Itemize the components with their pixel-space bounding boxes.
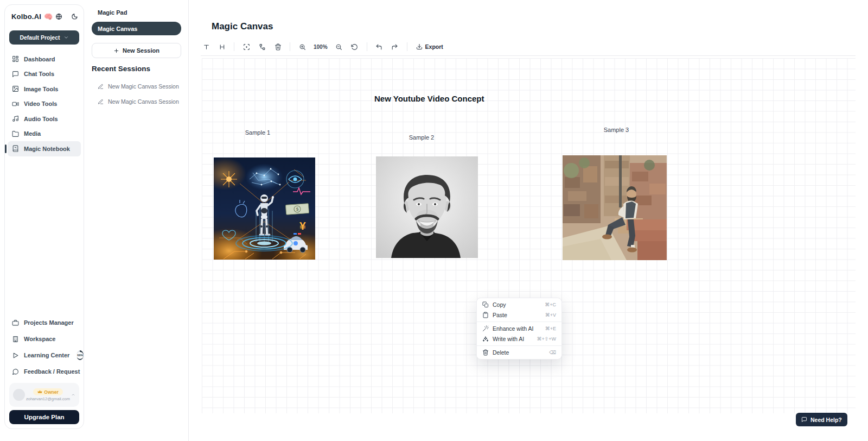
context-menu-label: Write with AI [493, 336, 524, 342]
sidebar-item-magic-notebook[interactable]: Magic Notebook [8, 141, 81, 156]
project-selector[interactable]: Default Project [9, 30, 79, 45]
media-folder-icon [12, 130, 19, 137]
session-item-label: New Magic Canvas Session [108, 83, 179, 90]
shortcut-hint: ⌘+E [545, 326, 556, 331]
image-icon [12, 85, 19, 92]
need-help-button[interactable]: Need Help? [796, 413, 847, 426]
user-email: zoharvan12@gmail.com [26, 396, 70, 401]
trash-icon [275, 43, 282, 51]
shortcut-hint: ⌘+V [545, 312, 556, 318]
sidebar-item-projects-manager[interactable]: Projects Manager [8, 314, 81, 331]
sample-1-image[interactable]: $ ¥ [214, 158, 315, 260]
redo-icon [391, 43, 398, 51]
tab-magic-canvas[interactable]: Magic Canvas [92, 22, 181, 35]
context-menu-item-write-with-ai[interactable]: Write with AI ⌘+⇧+W [477, 334, 561, 345]
select-area-icon [243, 43, 250, 51]
user-account-card[interactable]: Owner zoharvan12@gmail.com [9, 383, 79, 407]
menu-divider [477, 322, 561, 322]
sidebar-item-feedback-request[interactable]: Feedback / Request [8, 363, 81, 380]
heading-icon [219, 43, 226, 51]
sidebar-item-video-tools[interactable]: Video Tools [8, 97, 81, 112]
canvas-heading-text[interactable]: New Youtube Video Concept [374, 94, 484, 103]
sidebar-item-image-tools[interactable]: Image Tools [8, 81, 81, 97]
globe-icon[interactable] [55, 13, 62, 20]
sample-3-image[interactable] [563, 155, 667, 260]
text-tool-button[interactable] [201, 41, 212, 52]
sample-3-label[interactable]: Sample 3 [595, 127, 638, 133]
dark-mode-moon-icon[interactable] [71, 13, 78, 20]
paste-clipboard-icon [482, 312, 489, 318]
upgrade-plan-button[interactable]: Upgrade Plan [9, 410, 79, 424]
zoom-out-button[interactable] [334, 41, 344, 52]
context-menu-item-enhance-with-ai[interactable]: Enhance with AI ⌘+E [477, 323, 561, 334]
crown-icon [37, 389, 42, 394]
session-panel: Magic Pad Magic Canvas New Session Recen… [84, 0, 189, 441]
sidebar-item-dashboard[interactable]: Dashboard [8, 52, 81, 67]
help-chat-icon [801, 417, 807, 423]
zoom-level[interactable]: 100% [312, 44, 329, 50]
connector-icon [259, 43, 266, 51]
redo-button[interactable] [390, 41, 400, 52]
sidebar-item-label: Image Tools [24, 86, 58, 92]
sidebar-item-audio-tools[interactable]: Audio Tools [8, 111, 81, 127]
delete-tool-button[interactable] [272, 41, 283, 52]
sidebar-footer-nav: Projects Manager Workspace Learning Cent… [5, 314, 84, 380]
shortcut-hint: ⌫ [549, 350, 556, 355]
sample-2-illustration [376, 156, 478, 258]
new-session-button[interactable]: New Session [92, 43, 181, 58]
sample-2-label[interactable]: Sample 2 [400, 134, 443, 141]
magic-canvas-grid[interactable]: New Youtube Video Concept Sample 1 Sampl… [202, 58, 856, 413]
session-list-item[interactable]: New Magic Canvas Session [92, 80, 184, 93]
page-title: Magic Canvas [212, 21, 273, 32]
shortcut-hint: ⌘+C [545, 302, 556, 307]
tab-magic-pad[interactable]: Magic Pad [92, 5, 181, 19]
sidebar-item-label: Learning Center [24, 352, 69, 358]
sample-1-label[interactable]: Sample 1 [236, 129, 279, 136]
sidebar-item-label: Audio Tools [24, 116, 58, 122]
toolbar-separator [367, 42, 367, 51]
context-menu-label: Delete [493, 349, 509, 356]
zoom-in-icon [299, 43, 306, 51]
need-help-label: Need Help? [810, 417, 842, 423]
play-icon [12, 352, 19, 359]
sidebar-item-chat-tools[interactable]: Chat Tools [8, 67, 81, 82]
toolbar-separator [407, 42, 407, 51]
svg-text:¥: ¥ [299, 219, 306, 232]
undo-icon [375, 43, 382, 51]
heading-tool-button[interactable] [216, 41, 227, 52]
context-menu-label: Enhance with AI [493, 325, 533, 332]
sidebar-item-label: Dashboard [24, 56, 55, 62]
building-icon [12, 336, 19, 343]
sample-2-image[interactable] [376, 156, 478, 258]
connector-tool-button[interactable] [257, 41, 267, 52]
pencil-icon [98, 84, 104, 90]
sidebar-item-media[interactable]: Media [8, 127, 81, 142]
text-icon [203, 43, 210, 51]
sidebar-item-workspace[interactable]: Workspace [8, 331, 81, 347]
copy-icon [482, 301, 489, 308]
shortcut-hint: ⌘+⇧+W [537, 336, 556, 342]
brand-logo: Kolbo.AI [11, 12, 41, 21]
rotate-icon [351, 43, 358, 51]
sidebar-item-label: Video Tools [24, 100, 57, 107]
sidebar-item-label: Chat Tools [24, 71, 54, 77]
reset-rotation-button[interactable] [349, 41, 360, 52]
sample-3-illustration [563, 155, 667, 260]
zoom-in-button[interactable] [297, 41, 308, 52]
sidebar-item-learning-center[interactable]: Learning Center 66% [8, 347, 81, 363]
chat-icon [12, 71, 19, 78]
sidebar-nav: Dashboard Chat Tools Image Tools Video T… [5, 52, 84, 156]
context-menu-item-copy[interactable]: Copy ⌘+C [477, 299, 561, 310]
context-menu-item-delete[interactable]: Delete ⌫ [477, 347, 561, 358]
context-menu-item-paste[interactable]: Paste ⌘+V [477, 310, 561, 321]
brand-brain-icon: 🧠 [44, 13, 53, 20]
select-area-button[interactable] [241, 41, 252, 52]
export-button[interactable]: Export [414, 42, 445, 51]
project-selector-label: Default Project [20, 34, 60, 41]
context-menu-label: Paste [493, 312, 507, 318]
sidebar-item-label: Workspace [24, 336, 56, 342]
undo-button[interactable] [374, 41, 385, 52]
recent-sessions-heading: Recent Sessions [92, 65, 150, 73]
zoom-out-icon [335, 43, 342, 51]
session-list-item[interactable]: New Magic Canvas Session [92, 95, 184, 108]
